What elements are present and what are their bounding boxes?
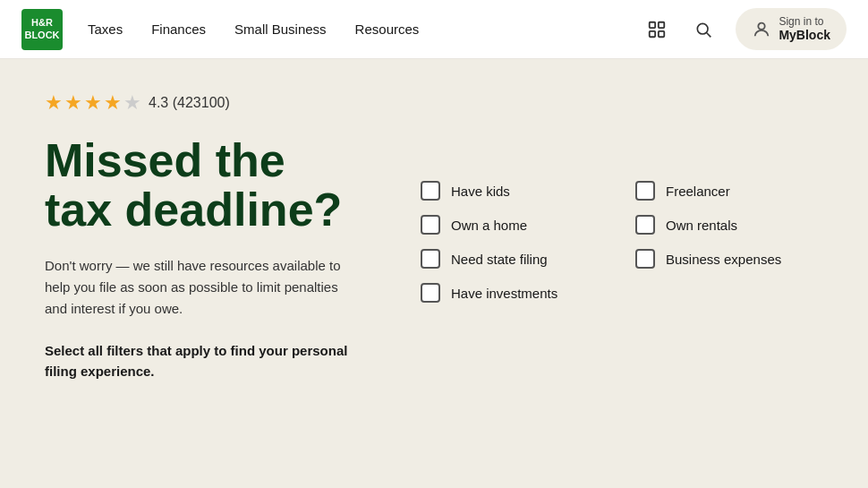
right-column: Have kids Freelancer Own a home Own rent… [421, 91, 823, 303]
header-right: Sign in to MyBlock [642, 8, 847, 50]
checkbox-have-investments[interactable]: Have investments [421, 283, 600, 303]
person-icon [752, 20, 771, 39]
checkbox-have-kids[interactable]: Have kids [421, 181, 600, 201]
main-content: ★ ★ ★ ★ ★ 4.3 (423100) Missed the tax de… [0, 59, 868, 417]
star-rating: ★ ★ ★ ★ ★ [45, 91, 141, 115]
page-description: Don't worry — we still have resources av… [45, 255, 349, 320]
logo-line2: BLOCK [24, 30, 59, 40]
checkbox-freelancer-input[interactable] [635, 181, 655, 201]
rating-value: 4.3 (423100) [149, 95, 230, 111]
checkbox-business-expenses-label: Business expenses [666, 252, 781, 267]
svg-rect-3 [659, 30, 664, 36]
grid-icon[interactable] [642, 15, 671, 44]
checkbox-own-rentals-input[interactable] [635, 215, 655, 235]
star-3: ★ [84, 91, 102, 115]
star-2: ★ [64, 91, 82, 115]
checkbox-need-state-filing[interactable]: Need state filing [421, 249, 600, 269]
page-headline: Missed the tax deadline? [45, 136, 349, 234]
nav-finances[interactable]: Finances [151, 21, 206, 37]
checkbox-have-kids-label: Have kids [451, 184, 510, 199]
logo-line1: H&R [31, 17, 53, 28]
checkbox-business-expenses-input[interactable] [635, 249, 655, 269]
sign-in-label: Sign in to [779, 15, 830, 28]
myblock-label: MyBlock [779, 28, 830, 43]
checkbox-freelancer-label: Freelancer [666, 184, 730, 199]
checkbox-have-kids-input[interactable] [421, 181, 440, 201]
checkbox-have-investments-input[interactable] [421, 283, 440, 303]
checkbox-have-investments-label: Have investments [451, 286, 557, 301]
rating-row: ★ ★ ★ ★ ★ 4.3 (423100) [45, 91, 349, 115]
star-1: ★ [45, 91, 63, 115]
header: H&R BLOCK Taxes Finances Small Business … [0, 0, 868, 59]
svg-rect-0 [650, 21, 655, 27]
svg-rect-1 [659, 21, 664, 27]
checkbox-own-rentals[interactable]: Own rentals [635, 215, 814, 235]
star-5: ★ [123, 91, 141, 115]
search-icon[interactable] [689, 15, 718, 44]
checkbox-business-expenses[interactable]: Business expenses [635, 249, 814, 269]
checkbox-need-state-filing-label: Need state filing [451, 252, 548, 267]
svg-point-4 [698, 23, 709, 34]
checkbox-freelancer[interactable]: Freelancer [635, 181, 814, 201]
svg-line-5 [707, 32, 711, 37]
nav-resources[interactable]: Resources [355, 21, 420, 37]
nav-small-business[interactable]: Small Business [234, 21, 327, 37]
checkbox-own-rentals-label: Own rentals [666, 218, 737, 233]
select-label: Select all filters that apply to find yo… [45, 341, 349, 381]
checkbox-own-a-home-input[interactable] [421, 215, 440, 235]
left-column: ★ ★ ★ ★ ★ 4.3 (423100) Missed the tax de… [45, 91, 349, 381]
checkbox-own-a-home-label: Own a home [451, 218, 527, 233]
logo[interactable]: H&R BLOCK [21, 9, 63, 50]
star-4: ★ [104, 91, 122, 115]
sign-in-button[interactable]: Sign in to MyBlock [736, 8, 847, 50]
svg-rect-2 [650, 30, 655, 36]
checkboxes-grid: Have kids Freelancer Own a home Own rent… [421, 181, 823, 303]
checkbox-own-a-home[interactable]: Own a home [421, 215, 600, 235]
main-nav: Taxes Finances Small Business Resources [88, 21, 642, 37]
checkbox-need-state-filing-input[interactable] [421, 249, 440, 269]
nav-taxes[interactable]: Taxes [88, 21, 123, 37]
svg-point-6 [759, 22, 765, 29]
